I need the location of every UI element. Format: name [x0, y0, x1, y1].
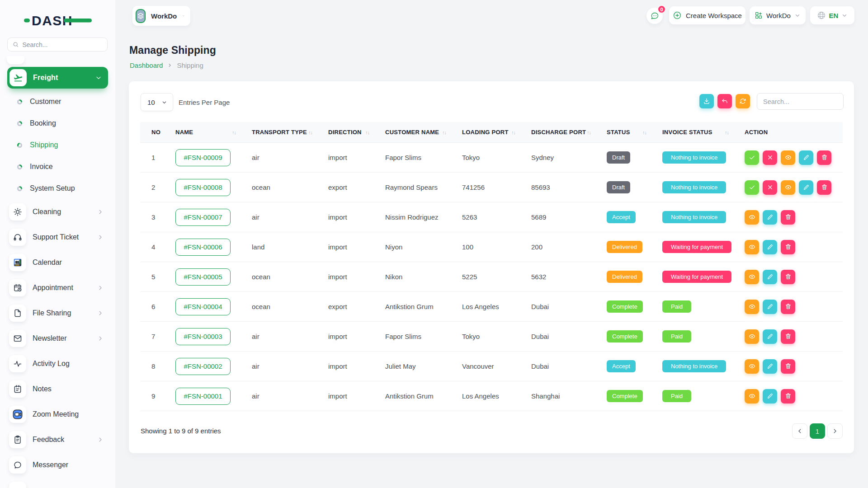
trash-icon: [821, 154, 828, 161]
ring-icon: [17, 99, 22, 104]
sidebar-item-cleaning[interactable]: Cleaning: [0, 199, 115, 225]
delete-button[interactable]: [781, 300, 795, 314]
delete-button[interactable]: [781, 329, 795, 344]
shipment-name-button[interactable]: #FSN-00008: [175, 179, 231, 196]
shipment-name-button[interactable]: #FSN-00005: [175, 268, 231, 286]
sort-icon[interactable]: ↑↓: [642, 130, 647, 135]
delete-button[interactable]: [817, 150, 831, 165]
view-button[interactable]: [745, 270, 759, 284]
cell-customer-name: Nikon: [374, 262, 451, 291]
cell-discharge-port: Shanghai: [520, 381, 595, 411]
sort-icon[interactable]: ↑↓: [725, 130, 730, 135]
sidebar-item-shipping[interactable]: Shipping: [0, 134, 115, 156]
view-button[interactable]: [745, 329, 759, 344]
sidebar-item-system-setup[interactable]: System Setup: [0, 178, 115, 199]
reject-button[interactable]: [763, 150, 777, 165]
delete-button[interactable]: [781, 240, 795, 254]
shipment-name-button[interactable]: #FSN-00009: [175, 149, 231, 166]
sidebar-item-zoom-meeting[interactable]: Zoom Meeting: [0, 402, 115, 427]
cell-transport-type: air: [241, 143, 317, 172]
sidebar-item-file-sharing[interactable]: File Sharing: [0, 300, 115, 326]
edit-button[interactable]: [763, 210, 777, 225]
shipment-name-button[interactable]: #FSN-00006: [175, 239, 231, 256]
breadcrumb-dashboard-link[interactable]: Dashboard: [130, 61, 163, 69]
refresh-button[interactable]: [736, 94, 750, 108]
view-button[interactable]: [745, 210, 759, 225]
sidebar-item-calendar[interactable]: 31 Calendar: [0, 250, 115, 275]
sort-icon[interactable]: ↑↓: [365, 130, 370, 135]
cell-actions: [733, 262, 843, 291]
sidebar-group-freight[interactable]: Freight: [7, 67, 108, 89]
reject-button[interactable]: [763, 180, 777, 195]
pencil-icon: [767, 273, 774, 280]
view-button[interactable]: [745, 359, 759, 374]
chevron-right-icon: [832, 428, 838, 434]
edit-button[interactable]: [763, 270, 777, 284]
envelope-icon: [13, 334, 22, 343]
next-page-button[interactable]: [827, 423, 843, 439]
language-dropdown[interactable]: EN: [810, 6, 854, 24]
sidebar-item-notes[interactable]: Notes: [0, 376, 115, 402]
table-search-input[interactable]: [757, 93, 844, 110]
sidebar-search-input[interactable]: [22, 41, 102, 48]
sidebar-item-newsletter[interactable]: Newsletter: [0, 326, 115, 351]
cell-loading-port: 100: [451, 232, 520, 262]
sort-icon[interactable]: ↑↓: [442, 130, 447, 135]
sidebar-item-activity-log[interactable]: Activity Log: [0, 351, 115, 376]
delete-button[interactable]: [817, 180, 831, 195]
eye-icon: [749, 214, 755, 221]
sidebar-item-appointment[interactable]: Appointment: [0, 275, 115, 300]
edit-button[interactable]: [763, 300, 777, 314]
download-button[interactable]: [699, 94, 714, 108]
approve-button[interactable]: [745, 150, 759, 165]
sidebar-item-support-ticket[interactable]: Support Ticket: [0, 225, 115, 250]
shipment-name-button[interactable]: #FSN-00002: [175, 358, 231, 375]
shipment-name-button[interactable]: #FSN-00001: [175, 388, 231, 405]
sort-icon[interactable]: ↑↓: [232, 130, 237, 135]
delete-button[interactable]: [781, 359, 795, 374]
apps-dropdown[interactable]: WorkDo: [750, 6, 806, 24]
edit-button[interactable]: [763, 240, 777, 254]
chevron-right-icon: [97, 436, 104, 443]
edit-button[interactable]: [763, 329, 777, 344]
create-workspace-button[interactable]: Create Workspace: [669, 6, 745, 24]
prev-page-button[interactable]: [792, 423, 807, 439]
view-button[interactable]: [745, 240, 759, 254]
status-badge: Delivered: [607, 241, 642, 253]
eye-icon: [749, 244, 755, 250]
entries-per-page-select[interactable]: 10: [141, 93, 173, 111]
sidebar-item-booking[interactable]: Booking: [0, 113, 115, 134]
delete-button[interactable]: [781, 270, 795, 284]
sort-icon[interactable]: ↑↓: [511, 130, 516, 135]
edit-button[interactable]: [763, 359, 777, 374]
edit-button[interactable]: [799, 150, 813, 165]
shipment-name-button[interactable]: #FSN-00004: [175, 298, 231, 315]
icon-card: [9, 456, 26, 474]
edit-button[interactable]: [799, 180, 813, 195]
sidebar-item-messenger[interactable]: Messenger: [0, 452, 115, 478]
grid-plus-icon: [755, 11, 763, 19]
edit-button[interactable]: [763, 389, 777, 404]
approve-button[interactable]: [745, 180, 759, 195]
status-badge: Accept: [607, 211, 636, 223]
sort-icon[interactable]: ↑↓: [308, 130, 313, 135]
view-button[interactable]: [781, 150, 795, 165]
view-button[interactable]: [745, 389, 759, 404]
brand-logo[interactable]: DASH: [0, 11, 115, 30]
view-button[interactable]: [745, 300, 759, 314]
sidebar-item-invoice[interactable]: Invoice: [0, 156, 115, 178]
sidebar-item-feedback[interactable]: Feedback: [0, 427, 115, 452]
messages-badge: 0: [657, 5, 666, 14]
page-1-button[interactable]: 1: [810, 423, 825, 439]
workspace-selector[interactable]: WorkDo: [132, 6, 190, 26]
sort-icon[interactable]: ↑↓: [587, 130, 592, 135]
shipment-name-button[interactable]: #FSN-00003: [175, 328, 231, 345]
delete-button[interactable]: [781, 389, 795, 404]
shipment-name-button[interactable]: #FSN-00007: [175, 209, 231, 226]
sidebar-item-customer[interactable]: Customer: [0, 91, 115, 113]
chat-dots-icon: [650, 11, 659, 20]
messages-button[interactable]: 0: [646, 8, 663, 24]
delete-button[interactable]: [781, 210, 795, 225]
view-button[interactable]: [781, 180, 795, 195]
undo-button[interactable]: [717, 94, 732, 108]
